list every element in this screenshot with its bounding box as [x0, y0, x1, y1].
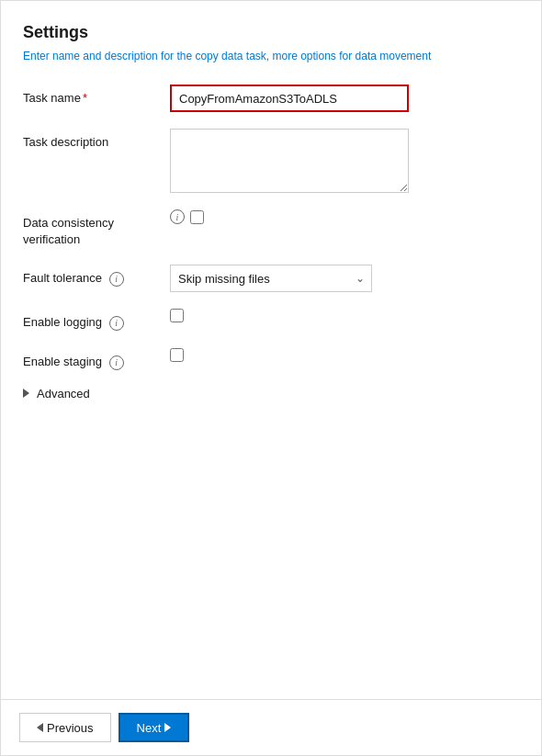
- task-name-label: Task name*: [23, 85, 170, 107]
- task-description-label: Task description: [23, 129, 170, 151]
- data-consistency-control-area: i: [170, 209, 519, 224]
- task-description-input[interactable]: [170, 129, 409, 193]
- task-name-control-area: [170, 85, 519, 112]
- enable-logging-control-area: [170, 309, 519, 322]
- fault-tolerance-info-icon[interactable]: i: [109, 272, 124, 287]
- data-consistency-info-icon[interactable]: i: [170, 209, 185, 224]
- enable-staging-info-icon[interactable]: i: [109, 355, 124, 370]
- enable-staging-row: Enable staging i: [23, 348, 519, 370]
- previous-button[interactable]: Previous: [19, 713, 111, 742]
- enable-logging-info-icon[interactable]: i: [109, 316, 124, 331]
- advanced-label: Advanced: [37, 387, 90, 401]
- fault-tolerance-select[interactable]: Skip missing files Skip incompatible row…: [170, 265, 372, 292]
- task-description-control-area: [170, 129, 519, 193]
- page-subtitle: Enter name and description for the copy …: [23, 50, 519, 62]
- enable-logging-label: Enable logging i: [23, 309, 170, 331]
- enable-logging-checkbox[interactable]: [170, 309, 184, 322]
- data-consistency-checkbox-wrapper: [190, 210, 204, 224]
- enable-staging-checkbox[interactable]: [170, 348, 184, 362]
- fault-tolerance-control-area: Skip missing files Skip incompatible row…: [170, 265, 519, 292]
- fault-tolerance-label: Fault tolerance i: [23, 265, 170, 287]
- enable-staging-control-area: [170, 348, 519, 362]
- page-container: Settings Enter name and description for …: [0, 0, 542, 756]
- advanced-chevron-icon: [23, 389, 29, 398]
- next-button[interactable]: Next: [119, 713, 190, 742]
- previous-chevron-icon: [37, 723, 43, 732]
- data-consistency-row: Data consistency verification i: [23, 209, 519, 248]
- task-description-row: Task description: [23, 129, 519, 193]
- task-name-row: Task name*: [23, 85, 519, 112]
- fault-tolerance-select-wrapper: Skip missing files Skip incompatible row…: [170, 265, 372, 292]
- content-area: Settings Enter name and description for …: [1, 1, 541, 699]
- previous-label: Previous: [47, 721, 94, 735]
- enable-staging-label: Enable staging i: [23, 348, 170, 370]
- data-consistency-checkbox[interactable]: [190, 210, 204, 224]
- enable-logging-row: Enable logging i: [23, 309, 519, 331]
- fault-tolerance-row: Fault tolerance i Skip missing files Ski…: [23, 265, 519, 292]
- advanced-row[interactable]: Advanced: [23, 387, 519, 401]
- page-title: Settings: [23, 23, 519, 42]
- data-consistency-label: Data consistency verification: [23, 209, 170, 248]
- footer: Previous Next: [1, 699, 541, 755]
- task-name-input[interactable]: [170, 85, 409, 112]
- next-label: Next: [137, 721, 162, 735]
- next-chevron-icon: [164, 723, 171, 732]
